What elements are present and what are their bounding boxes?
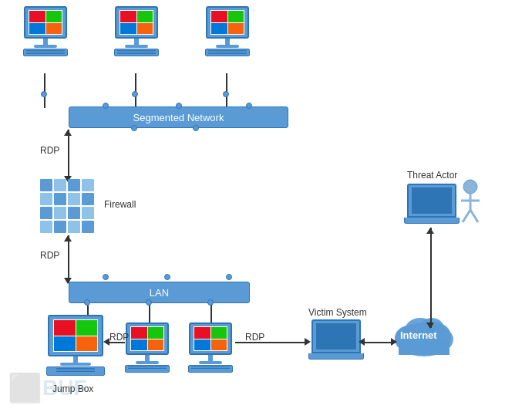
monitor-4: [126, 323, 169, 355]
arrowhead-rdp-left: [103, 338, 109, 346]
line-threat-to-internet: [430, 228, 432, 328]
computer-4: [125, 323, 170, 373]
monitor-3: [206, 6, 249, 39]
svg-point-6: [463, 180, 477, 194]
firewall-label: Firewall: [104, 199, 136, 210]
rdp-label-1: RDP: [40, 145, 59, 156]
rdp-label-2: RDP: [40, 250, 59, 261]
svg-line-9: [463, 210, 470, 222]
arrowhead-to-net: [64, 130, 72, 136]
arrowhead-threat-up: [426, 228, 434, 234]
person-icon: [456, 179, 484, 225]
rdp-label-3: RDP: [109, 332, 129, 343]
arrow-victim-internet: [364, 342, 393, 343]
lan-label: LAN: [150, 287, 169, 299]
line-fw-to-lan: [68, 235, 69, 283]
watermark: ⬛ BUF: [8, 372, 87, 404]
jump-box-monitor: [48, 315, 103, 356]
firewall-icon: [40, 179, 94, 233]
network-diagram: Segmented Network RDP Firewall: [0, 0, 532, 412]
rdp-label-4: RDP: [245, 332, 264, 343]
arrowhead-to-internet: [391, 338, 397, 346]
arrowhead-to-fw2: [64, 235, 72, 241]
segmented-network-bar: Segmented Network: [69, 106, 288, 128]
jump-box: [46, 315, 105, 376]
dot-bar3: [246, 103, 252, 109]
dot-bar1: [103, 103, 109, 109]
arrowhead-threat-down: [426, 323, 434, 329]
segmented-network-label: Segmented Network: [133, 112, 224, 123]
monitor-2: [115, 6, 158, 39]
monitor-5: [189, 323, 232, 355]
dot-bar2: [176, 103, 182, 109]
computer-5: [188, 323, 233, 373]
dot-lan-c4: [146, 299, 152, 306]
dot-lan2: [164, 274, 170, 280]
dot-c3: [223, 91, 229, 97]
dot-lan3: [226, 274, 232, 280]
computer-3: [205, 6, 250, 56]
internet-label: Internet: [400, 329, 437, 341]
dot-c1: [41, 91, 47, 97]
threat-actor-label: Threat Actor: [407, 170, 457, 181]
dot-lan-c5: [207, 299, 214, 306]
svg-rect-5: [399, 339, 450, 355]
svg-line-10: [470, 210, 478, 222]
computer-1: [23, 6, 68, 56]
victim-system-label: Victim System: [308, 307, 367, 318]
computer-2: [114, 6, 159, 56]
dot-lan1: [103, 274, 109, 280]
lan-bar: LAN: [69, 282, 250, 303]
line-net-to-fw: [68, 130, 69, 182]
arrowhead-from-internet: [359, 338, 365, 346]
monitor-1: [24, 6, 67, 39]
dot-c2: [132, 91, 138, 97]
threat-actor-laptop: [404, 184, 460, 224]
victim-laptop: [308, 319, 364, 360]
dot-lan-jb: [84, 299, 90, 306]
dot-bar-bot2: [193, 125, 199, 131]
dot-bar-bot1: [131, 125, 137, 131]
